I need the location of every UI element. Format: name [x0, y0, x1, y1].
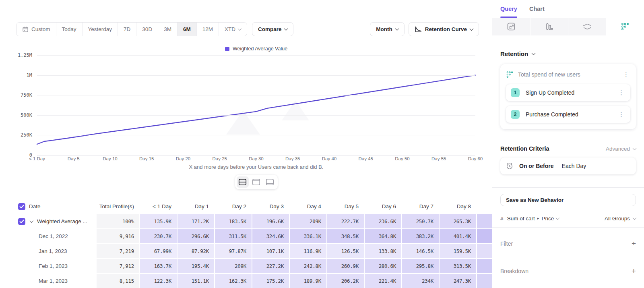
row-total-cell: 7,912 [97, 259, 139, 273]
retention-value-cell: 159.5K [440, 244, 476, 258]
row-label: Feb 1, 2023 [39, 263, 68, 269]
tab-chart[interactable]: Chart [529, 0, 545, 18]
retention-value-cell: 221.4K [365, 274, 401, 288]
date-range-7d[interactable]: 7D [118, 23, 136, 36]
row-checkbox[interactable] [18, 203, 25, 210]
retention-value-cell: 171.2K [178, 214, 214, 228]
chart-top-view-button[interactable] [250, 176, 262, 188]
retention-value-cell: 280.6K [365, 259, 401, 273]
retention-value-cell: 107.1K [252, 244, 289, 258]
tab-query[interactable]: Query [500, 0, 517, 18]
retention-value-cell: 222.7K [327, 214, 364, 228]
date-range-6m[interactable]: 6M [178, 23, 197, 36]
add-filter-button[interactable]: + [632, 240, 636, 247]
date-range-12m[interactable]: 12M [197, 23, 219, 36]
breakdown-label: Breakdown [500, 268, 632, 274]
step-label: Purchase Completed [526, 111, 617, 118]
timing-label: On or Before [519, 163, 554, 169]
retention-value-cell: 348.5K [327, 229, 364, 243]
day-header-cell: Day 5 [327, 199, 364, 214]
partial-value-cell [477, 214, 492, 228]
day-header-cell: Day 1 [178, 199, 214, 214]
behavior-step-1[interactable]: 1Sign Up Completed⋮ [506, 84, 630, 101]
measure-row: # Sum of cart ▸ Price All Groups [500, 212, 636, 224]
x-axis-labels: < 1 DayDay 5Day 10Day 15Day 20Day 25Day … [0, 155, 492, 162]
insights-tile[interactable] [492, 18, 530, 35]
groups-dropdown[interactable]: All Groups [605, 215, 636, 222]
behavior-steps: 1Sign Up Completed⋮2Purchase Completed⋮ [506, 84, 630, 123]
partial-value-cell [477, 274, 492, 288]
gridline [37, 115, 475, 116]
y-axis-labels: 1.25M1M750K500K250K0 [0, 55, 32, 155]
retention-value-cell: 206.2K [327, 274, 364, 288]
advanced-dropdown[interactable]: Advanced [606, 146, 636, 152]
behavior-step-2[interactable]: 2Purchase Completed⋮ [506, 106, 630, 123]
retention-value-cell: 247.3K [440, 274, 476, 288]
table-chart-view-icon [238, 178, 247, 186]
series-line [37, 55, 475, 155]
compare-button[interactable]: Compare [252, 22, 294, 36]
toolbar-right-group: Month Retention Curve [370, 22, 479, 36]
groups-label: All Groups [605, 215, 630, 222]
retention-value-cell: 250.7K [402, 214, 439, 228]
date-range-today[interactable]: Today [56, 23, 83, 36]
date-range-label: Today [62, 26, 76, 32]
retention-value-cell: 163.7K [140, 259, 177, 273]
y-tick-label: 750K [0, 92, 32, 98]
retention-report-page: CustomTodayYesterday7D30D3M6M12MXTD Comp… [0, 0, 644, 288]
total-header-cell: Total Profile(s) [97, 199, 139, 214]
retention-section-header[interactable]: Retention [500, 50, 636, 57]
divider [492, 227, 644, 228]
table-bottom-view-icon [266, 178, 274, 186]
retention-section-label: Retention [500, 50, 528, 57]
expand-chevron-icon[interactable] [30, 219, 34, 223]
date-range-label: XTD [225, 26, 235, 32]
retention-value-cell: 196.6K [252, 214, 289, 228]
chevron-down-icon [633, 216, 637, 220]
save-as-new-behavior-button[interactable]: Save as New Behavior [500, 194, 636, 206]
criteria-timing-card[interactable]: On or Before Each Day [500, 157, 636, 174]
retention-value-cell: 133.8K [365, 244, 401, 258]
table-row: Weighted Average ...100%135.9K171.2K183.… [0, 214, 492, 228]
add-breakdown-button[interactable]: + [632, 267, 636, 275]
retention-value-cell: 126.5K [327, 244, 364, 258]
date-range-yesterday[interactable]: Yesterday [83, 23, 118, 36]
granularity-button[interactable]: Month [370, 22, 404, 36]
retention-value-cell: 227.2K [252, 259, 289, 273]
partial-value-cell [477, 244, 492, 258]
row-checkbox[interactable] [18, 218, 25, 225]
flows-tile[interactable] [568, 18, 607, 35]
x-tick-label: Day 45 [359, 156, 373, 161]
chart-type-button[interactable]: Retention Curve [409, 22, 479, 36]
report-main-area: CustomTodayYesterday7D30D3M6M12MXTD Comp… [0, 0, 492, 288]
kebab-menu-icon[interactable]: ⋮ [617, 89, 625, 96]
retention-value-cell: 230.7K [140, 229, 177, 243]
date-range-30d[interactable]: 30D [136, 23, 158, 36]
table-bottom-view-button[interactable] [264, 176, 276, 188]
day-header-cell: < 1 Day [140, 199, 177, 214]
insights-icon [507, 22, 516, 31]
x-tick-label: Day 10 [103, 156, 117, 161]
table-chart-view-button[interactable] [237, 176, 249, 188]
chevron-down-icon [237, 27, 242, 31]
y-tick-label: 250K [0, 132, 32, 138]
compare-label: Compare [258, 26, 282, 32]
date-header-cell: Date [0, 199, 96, 214]
retention-value-cell: 313.5K [440, 259, 476, 273]
retention-criteria-row: Retention Criteria Advanced [500, 145, 636, 152]
report-toolbar: CustomTodayYesterday7D30D3M6M12MXTD Comp… [0, 22, 492, 36]
kebab-menu-icon[interactable]: ⋮ [622, 71, 630, 78]
retention-tile[interactable] [607, 18, 644, 35]
date-range-3m[interactable]: 3M [158, 23, 178, 36]
retention-value-cell: 195.4K [178, 259, 214, 273]
retention-value-cell: 146.5K [402, 244, 439, 258]
retention-value-cell: 234K [402, 274, 439, 288]
funnels-tile[interactable] [530, 18, 569, 35]
retention-value-cell: 236.6K [365, 214, 401, 228]
chevron-down-icon [284, 27, 288, 31]
kebab-menu-icon[interactable]: ⋮ [617, 111, 625, 118]
retention-icon [506, 71, 514, 79]
date-range-xtd[interactable]: XTD [219, 23, 247, 36]
date-range-custom[interactable]: Custom [17, 23, 56, 36]
measure-property-dropdown[interactable]: Sum of cart ▸ Price [507, 215, 559, 222]
